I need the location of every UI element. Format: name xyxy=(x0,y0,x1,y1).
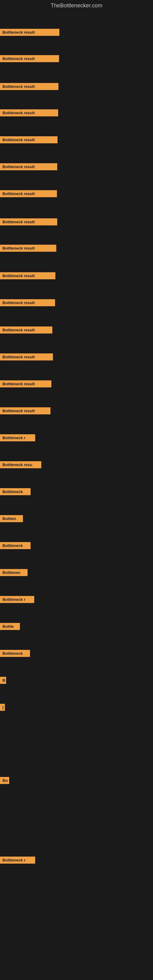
bottleneck-result-item[interactable]: Bottleneck result xyxy=(0,29,59,37)
bottleneck-badge: Bottleneck xyxy=(0,488,30,495)
bottleneck-result-item[interactable]: Bottleneck result xyxy=(0,109,58,118)
bottleneck-badge: Bottlenec xyxy=(0,569,27,576)
bottleneck-badge: Bottlen xyxy=(0,515,23,522)
bottleneck-badge: Bottleneck result xyxy=(0,136,57,143)
bottleneck-result-item[interactable]: Bottleneck result xyxy=(0,163,57,172)
bottleneck-result-item[interactable]: Bo xyxy=(0,777,9,785)
bottleneck-badge: Bottleneck result xyxy=(0,83,59,90)
bottleneck-result-item[interactable]: B xyxy=(0,677,6,685)
bottleneck-result-item[interactable]: Bottleneck xyxy=(0,650,30,658)
bottleneck-result-item[interactable]: Bottleneck result xyxy=(0,218,57,227)
bottleneck-result-item[interactable]: Bottleneck xyxy=(0,488,30,496)
bottleneck-result-item[interactable]: Bottleneck result xyxy=(0,245,56,253)
bottleneck-badge: Bottleneck r xyxy=(0,434,35,441)
bottleneck-result-item[interactable]: Bottleneck result xyxy=(0,55,59,64)
bottleneck-badge: Bottleneck result xyxy=(0,109,58,116)
bottleneck-result-item[interactable]: Bottleneck result xyxy=(0,272,56,280)
bottleneck-badge: Bo xyxy=(0,777,9,784)
bottleneck-badge: Bottle xyxy=(0,623,20,630)
bottleneck-result-item[interactable]: Bottlenec xyxy=(0,569,27,577)
bottleneck-badge: Bottleneck xyxy=(0,650,30,657)
bottleneck-result-item[interactable]: Bottleneck result xyxy=(0,407,51,415)
bottleneck-badge: Bottleneck resu xyxy=(0,461,41,468)
bottleneck-badge: Bottleneck xyxy=(0,542,30,549)
bottleneck-badge: | xyxy=(0,704,5,711)
bottleneck-badge: B xyxy=(0,677,6,684)
bottleneck-result-item[interactable]: Bottleneck result xyxy=(0,353,53,362)
bottleneck-badge: Bottleneck result xyxy=(0,190,57,197)
bottleneck-badge: Bottleneck result xyxy=(0,380,51,387)
bottleneck-badge: Bottleneck r xyxy=(0,596,34,603)
bottleneck-badge: Bottleneck result xyxy=(0,245,56,252)
bottleneck-badge: Bottleneck result xyxy=(0,407,51,414)
bottleneck-result-item[interactable]: Bottleneck r xyxy=(0,434,35,442)
bottleneck-result-item[interactable]: Bottleneck result xyxy=(0,83,59,91)
bottleneck-badge: Bottleneck result xyxy=(0,163,57,170)
bottleneck-result-item[interactable]: | xyxy=(0,704,5,712)
bottleneck-result-item[interactable]: Bottleneck resu xyxy=(0,461,41,469)
bottleneck-result-item[interactable]: Bottleneck xyxy=(0,542,30,550)
bottleneck-badge: Bottleneck result xyxy=(0,29,59,36)
bottleneck-result-item[interactable]: Bottleneck r xyxy=(0,857,35,865)
bottleneck-badge: Bottleneck result xyxy=(0,55,59,62)
bottleneck-badge: Bottleneck r xyxy=(0,857,35,864)
site-title: TheBottlenecker.com xyxy=(0,0,153,11)
bottleneck-result-item[interactable]: Bottleneck r xyxy=(0,596,34,604)
bottleneck-badge: Bottleneck result xyxy=(0,326,52,334)
bottleneck-result-item[interactable]: Bottleneck result xyxy=(0,326,52,335)
bottleneck-badge: Bottleneck result xyxy=(0,272,56,279)
bottleneck-result-item[interactable]: Bottleneck result xyxy=(0,136,57,145)
bottleneck-result-item[interactable]: Bottleneck result xyxy=(0,299,55,307)
bottleneck-result-item[interactable]: Bottlen xyxy=(0,515,23,523)
bottleneck-badge: Bottleneck result xyxy=(0,218,57,225)
bottleneck-badge: Bottleneck result xyxy=(0,353,53,360)
bottleneck-result-item[interactable]: Bottleneck result xyxy=(0,190,57,199)
bottleneck-badge: Bottleneck result xyxy=(0,299,55,306)
bottleneck-result-item[interactable]: Bottle xyxy=(0,623,20,631)
bottleneck-result-item[interactable]: Bottleneck result xyxy=(0,380,51,389)
